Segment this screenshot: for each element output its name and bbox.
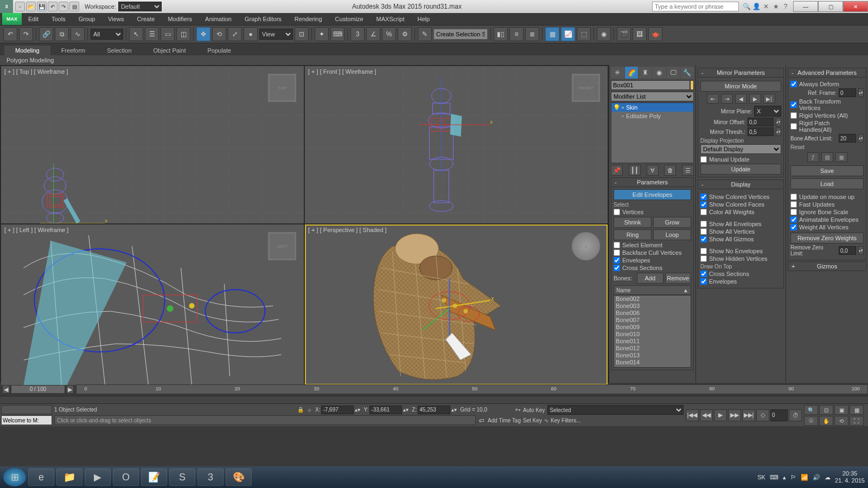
app-menu-button[interactable]: MAX (2, 13, 22, 25)
tab-populate[interactable]: Populate (196, 46, 241, 55)
help-icon[interactable]: ? (781, 2, 790, 11)
load-button[interactable]: Load (790, 178, 864, 189)
taskbar-skype-icon[interactable]: S (169, 468, 195, 486)
select-element-checkbox[interactable]: Select Element (614, 242, 691, 248)
display-projection-select[interactable]: Default Display (700, 144, 781, 154)
exchange-icon[interactable]: ✕ (762, 2, 770, 11)
time-tag-icon[interactable]: 🏷 (479, 418, 484, 423)
tray-chevron-icon[interactable]: ▴ (783, 474, 786, 481)
rigid-patch-checkbox[interactable]: Rigid Patch Handles(All) (790, 120, 864, 133)
named-selset-edit-button[interactable]: ✎ (418, 27, 432, 41)
tray-weather-icon[interactable]: ☁ (825, 474, 831, 481)
goto-start-icon[interactable]: |◀◀ (686, 409, 699, 421)
qat-open-icon[interactable]: 📂 (26, 2, 36, 11)
taskbar-explorer-icon[interactable]: 📁 (56, 468, 82, 486)
undo-button[interactable]: ↶ (3, 27, 17, 41)
keyboard-button[interactable]: ⌨ (330, 27, 344, 41)
close-button[interactable]: ✕ (843, 1, 868, 12)
ref-frame-input[interactable] (839, 88, 856, 97)
ribbon-toggle-button[interactable]: ▦ (545, 27, 559, 41)
time-ruler[interactable]: 0 10 20 30 40 50 60 70 80 90 100 (76, 384, 868, 394)
spinner-snap-button[interactable]: ⚙ (398, 27, 412, 41)
cross-sections-checkbox[interactable]: Cross Sections (614, 265, 691, 271)
bone-list-header[interactable]: Name▲ (614, 285, 691, 295)
display-tab-icon[interactable]: 🖵 (667, 67, 680, 79)
viewport-front-label[interactable]: [ + ] [ Front ] [ Wireframe ] (308, 68, 376, 75)
manipulate-button[interactable]: ✦ (315, 27, 329, 41)
list-item[interactable]: Bone015 (614, 366, 691, 368)
next-key-icon[interactable]: ▶▶ (728, 409, 741, 421)
taskbar-opera-icon[interactable]: O (113, 468, 139, 486)
modify-tab-icon[interactable]: 🌈 (625, 67, 639, 79)
key-mode-toggle-icon[interactable]: ◇ (756, 409, 769, 421)
loop-button[interactable]: Loop (653, 229, 691, 240)
stack-item-skin[interactable]: 💡▫Skin (611, 103, 693, 112)
help-search-input[interactable] (652, 2, 739, 11)
qat-project-icon[interactable]: ▤ (69, 2, 79, 11)
anim-env-checkbox[interactable]: Animatable Envelopes (790, 216, 864, 223)
link-button[interactable]: 🔗 (39, 27, 53, 41)
remove-limit-input[interactable] (839, 246, 856, 255)
select-region-button[interactable]: ▭ (161, 27, 175, 41)
scale-button[interactable]: ⤢ (228, 27, 242, 41)
script-input[interactable] (1, 415, 52, 425)
lock-icon[interactable]: 🔒 (297, 407, 304, 413)
list-item[interactable]: Bone012 (614, 345, 691, 352)
list-item[interactable]: Bone006 (614, 310, 691, 317)
edit-envelopes-button[interactable]: Edit Envelopes (614, 189, 691, 200)
minimize-button[interactable]: — (793, 1, 818, 12)
key-mode-select[interactable]: Selected (547, 405, 684, 415)
spinner-icon[interactable]: ▴▾ (858, 88, 864, 97)
list-item[interactable]: Bone007 (614, 317, 691, 324)
bone-limit-input[interactable] (839, 134, 856, 143)
ring-button[interactable]: Ring (614, 229, 652, 240)
prompt-line[interactable] (54, 415, 476, 425)
tray-input-icon[interactable]: ⌨ (770, 474, 778, 481)
spinner-icon[interactable]: ▴▾ (858, 134, 864, 143)
align-button[interactable]: ≡ (509, 27, 524, 41)
configure-icon[interactable]: ☰ (682, 165, 694, 176)
back-transform-checkbox[interactable]: Back Transform Vertices (790, 98, 864, 111)
menu-help[interactable]: Help (411, 13, 437, 25)
show-colored-faces-checkbox[interactable]: Show Colored Faces (700, 201, 781, 208)
add-time-tag[interactable]: Add Time Tag (488, 418, 521, 423)
time-config-icon[interactable]: ⏱ (789, 409, 802, 421)
key-curve-icon[interactable]: ∿ (544, 418, 548, 423)
cross-sections-top-checkbox[interactable]: Cross Sections (700, 271, 781, 277)
taskbar-notes-icon[interactable]: 📝 (141, 468, 167, 486)
pin-stack-icon[interactable]: 📌 (611, 165, 623, 176)
next-frame-icon[interactable]: ▶ (66, 385, 74, 394)
taskbar-paint-icon[interactable]: 🎨 (226, 468, 252, 486)
taskbar-media-icon[interactable]: ▶ (85, 468, 111, 486)
maximize-vp-icon[interactable]: ⛶ (850, 416, 864, 426)
show-result-icon[interactable]: ┃┃ (629, 165, 641, 176)
spinner-icon[interactable]: ▴▾ (403, 407, 409, 413)
z-coord-input[interactable] (418, 406, 450, 414)
fov-icon[interactable]: ⦾ (804, 416, 818, 426)
fast-updates-checkbox[interactable]: Fast Updates (790, 201, 864, 208)
app-logo[interactable]: 3 (0, 0, 13, 13)
lightbulb-icon[interactable]: 💡 (613, 104, 620, 111)
viewport-persp-label[interactable]: [ + ] [ Perspective ] [ Shaded ] (308, 227, 387, 233)
list-item[interactable]: Bone003 (614, 303, 691, 310)
spinner-icon[interactable]: ▴▾ (355, 407, 360, 413)
bind-button[interactable]: ∿ (71, 27, 85, 41)
viewport-top-label[interactable]: [ + ] [ Top ] [ Wireframe ] (4, 68, 68, 75)
frame-indicator[interactable]: 0 / 100 (11, 385, 65, 394)
list-item[interactable]: Bone013 (614, 352, 691, 359)
spinner-icon[interactable]: ▴▾ (451, 407, 457, 413)
prev-frame-icon[interactable]: ◀ (2, 385, 10, 394)
material-editor-button[interactable]: ◉ (597, 27, 611, 41)
spinner-icon[interactable]: ▴▾ (776, 127, 781, 136)
move-button[interactable]: ✥ (196, 27, 210, 41)
mini-listener[interactable] (1, 405, 52, 414)
manual-update-checkbox[interactable]: Manual Update (700, 156, 781, 163)
sort-icon[interactable]: ▲ (683, 287, 688, 293)
zoom-extents-all-icon[interactable]: ▦ (850, 405, 864, 415)
spinner-icon[interactable]: ▴▾ (858, 246, 864, 255)
show-all-verts-checkbox[interactable]: Show All Vertices (700, 228, 781, 235)
make-unique-icon[interactable]: ∀ (647, 165, 659, 176)
mirror-mode-button[interactable]: Mirror Mode (700, 81, 781, 92)
menu-edit[interactable]: Edit (22, 13, 45, 25)
select-name-button[interactable]: ☰ (145, 27, 159, 41)
